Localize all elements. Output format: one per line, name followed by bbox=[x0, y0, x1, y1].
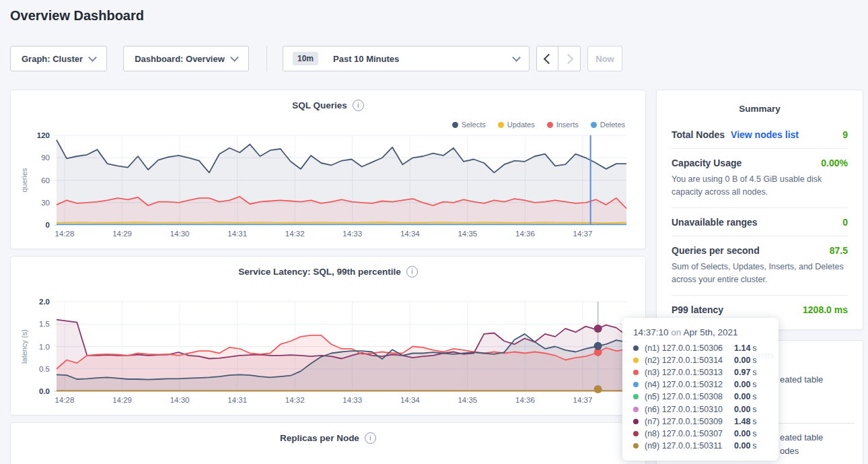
summary-row-value: 0.00% bbox=[821, 158, 848, 168]
node-color-dot-icon bbox=[633, 382, 639, 387]
chevron-left-icon bbox=[544, 53, 554, 64]
svg-text:latency (s): latency (s) bbox=[20, 329, 28, 364]
summary-row-label: Queries per second bbox=[672, 245, 760, 256]
tooltip-value-unit: s bbox=[752, 417, 756, 426]
svg-text:14:31: 14:31 bbox=[227, 396, 247, 404]
time-prev-button[interactable] bbox=[536, 46, 558, 71]
svg-text:14:34: 14:34 bbox=[400, 396, 420, 404]
graph-dropdown[interactable]: Graph: Cluster bbox=[10, 46, 107, 71]
graph-dropdown-label: Graph: Cluster bbox=[22, 54, 83, 64]
summary-row-label: Capacity Usage bbox=[672, 158, 742, 168]
chevron-down-icon bbox=[230, 53, 239, 62]
summary-rows: Total NodesView nodes list9Capacity Usag… bbox=[657, 114, 863, 323]
summary-row: Queries per second87.5Sum of Selects, Up… bbox=[672, 236, 848, 296]
summary-row-value: 87.5 bbox=[830, 245, 848, 256]
service-latency-card: Service Latency: SQL, 99th percentile i … bbox=[10, 256, 646, 416]
tooltip-node-address: (n2) 127.0.0.1:50314 bbox=[645, 356, 734, 365]
dashboard-dropdown[interactable]: Dashboard: Overview bbox=[123, 46, 249, 71]
node-color-dot-icon bbox=[633, 419, 639, 424]
summary-row-description: You are using 0 B of 4.5 GiB usable disk… bbox=[672, 173, 848, 199]
tooltip-node-address: (n4) 127.0.0.1:50312 bbox=[645, 380, 734, 389]
event-text-fragment: eated table bbox=[780, 374, 823, 385]
svg-text:14:30: 14:30 bbox=[170, 396, 190, 404]
sql-queries-title: SQL Queries bbox=[292, 100, 347, 110]
svg-text:14:29: 14:29 bbox=[112, 230, 132, 238]
svg-text:14:36: 14:36 bbox=[515, 396, 535, 404]
tooltip-node-value: 0.00 bbox=[734, 380, 750, 389]
time-next-button[interactable] bbox=[558, 46, 581, 71]
time-nav-buttons bbox=[536, 46, 581, 71]
chart-tooltip: 14:37:10 on Apr 5th, 2021 (n1) 127.0.0.1… bbox=[622, 318, 779, 461]
tooltip-value-unit: s bbox=[752, 343, 756, 353]
summary-row: Unavailable ranges0 bbox=[672, 208, 848, 236]
tooltip-node-address: (n5) 127.0.0.1:50308 bbox=[645, 392, 734, 401]
tooltip-value-unit: s bbox=[752, 405, 756, 414]
summary-row-label: Total Nodes bbox=[672, 129, 725, 140]
node-color-dot-icon bbox=[633, 345, 639, 351]
summary-panel: Summary Total NodesView nodes list9Capac… bbox=[656, 90, 863, 330]
tooltip-value-unit: s bbox=[752, 392, 756, 401]
tooltip-node-value: 0.97 bbox=[734, 368, 750, 377]
chevron-right-icon bbox=[563, 53, 573, 64]
summary-row-value: 9 bbox=[842, 129, 848, 140]
svg-text:60: 60 bbox=[41, 176, 50, 185]
summary-row-label: P99 latency bbox=[672, 304, 723, 315]
svg-text:14:32: 14:32 bbox=[285, 230, 305, 238]
sql-chart-canvas[interactable]: 030609012014:2814:2914:3014:3114:3214:33… bbox=[11, 125, 647, 246]
svg-text:14:29: 14:29 bbox=[112, 396, 132, 404]
toolbar-divider bbox=[266, 46, 267, 71]
tooltip-node-address: (n6) 127.0.0.1:50310 bbox=[645, 405, 734, 414]
view-nodes-list-link[interactable]: View nodes list bbox=[731, 129, 799, 140]
tooltip-row: (n1) 127.0.0.1:503061.14s bbox=[633, 342, 769, 354]
tooltip-row: (n3) 127.0.0.1:503130.97s bbox=[633, 366, 769, 378]
svg-text:2.0: 2.0 bbox=[39, 298, 50, 306]
svg-text:1.0: 1.0 bbox=[39, 343, 50, 351]
tooltip-node-address: (n9) 127.0.0.1:50311 bbox=[645, 441, 734, 451]
tooltip-row: (n8) 127.0.0.1:503070.00s bbox=[633, 428, 769, 440]
tooltip-row: (n4) 127.0.0.1:503120.00s bbox=[633, 378, 769, 391]
svg-text:14:33: 14:33 bbox=[342, 396, 362, 404]
tooltip-node-address: (n7) 127.0.0.1:50309 bbox=[645, 417, 734, 426]
time-range-dropdown[interactable]: 10m Past 10 Minutes bbox=[283, 46, 530, 71]
svg-text:1.5: 1.5 bbox=[39, 320, 50, 328]
chevron-down-icon bbox=[88, 53, 97, 62]
tooltip-timestamp: 14:37:10 on Apr 5th, 2021 bbox=[633, 327, 769, 337]
svg-text:queries: queries bbox=[20, 168, 28, 193]
tooltip-node-value: 0.00 bbox=[734, 405, 750, 414]
svg-text:14:37: 14:37 bbox=[573, 396, 593, 404]
svg-text:0: 0 bbox=[46, 221, 50, 229]
time-range-label: Past 10 Minutes bbox=[333, 54, 507, 64]
svg-text:14:35: 14:35 bbox=[458, 230, 477, 238]
info-icon[interactable]: i bbox=[406, 266, 418, 277]
tooltip-node-value: 1.48 bbox=[734, 417, 750, 426]
summary-row-value: 1208.0 ms bbox=[803, 304, 848, 315]
svg-text:0.5: 0.5 bbox=[39, 365, 50, 373]
tooltip-node-value: 1.14 bbox=[734, 343, 750, 353]
svg-text:14:28: 14:28 bbox=[55, 396, 75, 404]
tooltip-node-value: 0.00 bbox=[734, 392, 750, 401]
svg-text:30: 30 bbox=[41, 199, 50, 207]
event-text-fragment: odes bbox=[780, 446, 799, 456]
node-color-dot-icon bbox=[633, 431, 639, 436]
tooltip-node-address: (n8) 127.0.0.1:50307 bbox=[645, 429, 734, 438]
summary-title: Summary bbox=[657, 90, 863, 114]
summary-row-label: Unavailable ranges bbox=[672, 217, 758, 228]
latency-chart-canvas[interactable]: 0.00.51.01.52.014:2814:2914:3014:3114:32… bbox=[11, 292, 647, 413]
node-color-dot-icon bbox=[633, 370, 639, 375]
replicas-per-node-card: Replicas per Node i bbox=[10, 422, 646, 464]
event-text-fragment: eated table bbox=[780, 432, 823, 442]
svg-text:90: 90 bbox=[41, 154, 50, 162]
tooltip-node-value: 0.00 bbox=[734, 356, 750, 365]
tooltip-row: (n7) 127.0.0.1:503091.48s bbox=[633, 416, 769, 428]
svg-text:14:34: 14:34 bbox=[400, 230, 420, 238]
chevron-down-icon bbox=[512, 53, 521, 62]
now-button[interactable]: Now bbox=[587, 46, 622, 71]
info-icon[interactable]: i bbox=[353, 100, 364, 111]
tooltip-value-unit: s bbox=[752, 368, 756, 377]
tooltip-value-unit: s bbox=[752, 429, 756, 438]
sql-queries-card: SQL Queries i SelectsUpdatesInsertsDelet… bbox=[10, 90, 646, 249]
info-icon[interactable]: i bbox=[365, 432, 376, 444]
tooltip-row: (n5) 127.0.0.1:503080.00s bbox=[633, 391, 769, 403]
dashboard-dropdown-label: Dashboard: Overview bbox=[135, 54, 225, 64]
svg-text:14:36: 14:36 bbox=[515, 230, 535, 238]
